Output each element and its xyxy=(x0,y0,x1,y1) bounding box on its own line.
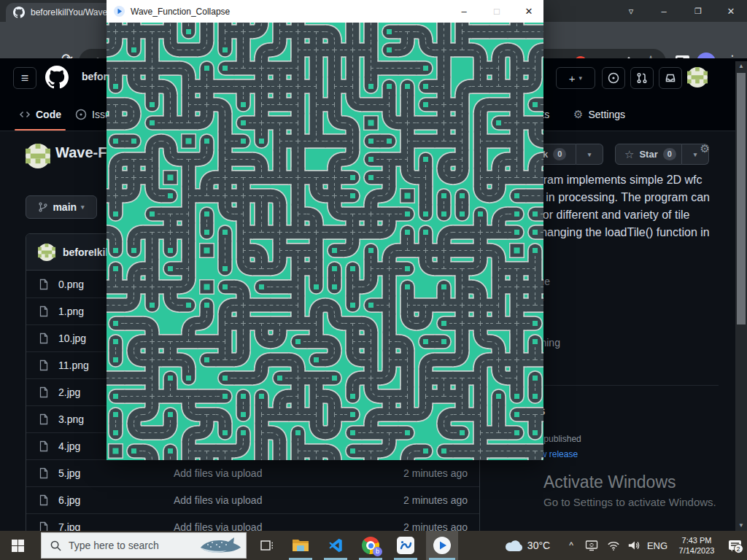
hamburger-menu-button[interactable]: ≡ xyxy=(13,67,36,89)
inbox-icon xyxy=(665,72,676,84)
file-icon xyxy=(38,332,50,344)
app-minimize-button[interactable]: – xyxy=(452,0,476,23)
file-explorer-button[interactable] xyxy=(286,531,315,560)
weather-widget[interactable]: 30°C xyxy=(498,531,557,560)
issues-header-button[interactable] xyxy=(602,67,625,89)
file-commit-time: 2 minutes ago xyxy=(403,494,468,506)
browser-minimize-button[interactable]: – xyxy=(648,0,680,22)
vscode-icon xyxy=(328,537,344,553)
file-commit-message[interactable]: Add files via upload xyxy=(174,467,262,479)
file-name[interactable]: 1.png xyxy=(58,306,84,317)
inbox-header-button[interactable] xyxy=(659,67,682,89)
app-window-title: Wave_Function_Collapse xyxy=(131,7,230,17)
repo-avatar xyxy=(26,144,50,168)
volume-icon[interactable] xyxy=(624,531,643,560)
file-name[interactable]: 5.jpg xyxy=(58,467,80,479)
cast-display-icon[interactable] xyxy=(582,531,601,560)
tab-search-chevron-icon[interactable]: ▿ xyxy=(615,0,647,22)
tray-chevron-up-icon[interactable]: ^ xyxy=(565,531,578,560)
task-view-button[interactable] xyxy=(252,531,282,560)
wfc-app-taskbar-button[interactable] xyxy=(426,531,458,560)
notification-count-badge: 2 xyxy=(734,544,743,553)
caret-down-icon: ▾ xyxy=(81,203,85,211)
vscode-button[interactable] xyxy=(321,531,350,560)
branch-selector[interactable]: main ▾ xyxy=(26,195,97,219)
wfc-app-window[interactable]: Wave_Function_Collapse – □ ✕ xyxy=(107,0,543,460)
processing-button[interactable] xyxy=(391,531,420,560)
app-close-button[interactable]: ✕ xyxy=(516,0,541,23)
date: 7/14/2023 xyxy=(679,545,715,556)
wifi-icon[interactable] xyxy=(604,531,623,560)
browser-close-button[interactable]: ✕ xyxy=(715,0,747,22)
caret-down-icon: ▾ xyxy=(579,74,583,82)
action-center-button[interactable]: 2 xyxy=(724,531,746,560)
file-name[interactable]: 4.jpg xyxy=(58,440,80,452)
whale-shark-image xyxy=(198,534,243,556)
app-play-icon xyxy=(114,6,125,17)
start-button[interactable] xyxy=(0,531,35,560)
language-indicator[interactable]: ENG xyxy=(645,531,670,560)
page-scrollbar[interactable]: ▲ ▼ xyxy=(735,61,747,531)
about-gear-icon[interactable]: ⚙ xyxy=(700,142,710,155)
file-name[interactable]: 3.png xyxy=(58,413,84,425)
file-icon xyxy=(38,440,50,452)
time: 7:43 PM xyxy=(682,535,712,545)
processing-icon xyxy=(397,537,414,554)
scroll-up-arrow[interactable]: ▲ xyxy=(735,61,747,71)
file-row[interactable]: 6.jpgAdd files via upload2 minutes ago xyxy=(26,486,479,513)
app-play-icon xyxy=(433,537,451,554)
gear-icon: ⚙ xyxy=(573,108,583,121)
user-avatar[interactable] xyxy=(687,67,708,88)
github-favicon xyxy=(13,7,25,18)
scroll-down-arrow[interactable]: ▼ xyxy=(735,521,747,531)
app-maximize-button[interactable]: □ xyxy=(484,0,509,23)
file-icon xyxy=(38,467,50,479)
taskbar-search-box[interactable]: Type here to search xyxy=(41,532,247,559)
wfc-canvas xyxy=(107,23,543,460)
windows-logo-icon xyxy=(12,540,24,552)
hamburger-icon: ≡ xyxy=(21,71,29,86)
file-commit-message[interactable]: Add files via upload xyxy=(174,494,262,506)
task-view-icon xyxy=(260,538,274,553)
file-name[interactable]: 6.jpg xyxy=(58,494,80,506)
tab-code[interactable]: Code xyxy=(19,105,61,124)
search-placeholder: Type here to search xyxy=(69,540,159,551)
file-icon xyxy=(38,306,50,317)
file-row[interactable]: 5.jpgAdd files via upload2 minutes ago xyxy=(26,459,479,486)
file-name[interactable]: 11.png xyxy=(58,359,89,371)
issue-icon xyxy=(75,109,87,120)
active-tab-underline xyxy=(15,129,66,131)
create-new-button[interactable]: + ▾ xyxy=(556,67,595,89)
chrome-button[interactable]: b xyxy=(356,531,385,560)
issue-icon xyxy=(608,72,619,84)
file-icon xyxy=(38,279,50,290)
file-icon xyxy=(38,359,50,371)
search-icon xyxy=(50,540,61,551)
plus-icon: + xyxy=(569,72,576,85)
code-icon xyxy=(19,109,31,120)
taskbar: Type here to search b 30°C ^ xyxy=(0,531,747,560)
commit-author-avatar xyxy=(38,244,55,261)
file-name[interactable]: 10.jpg xyxy=(58,332,86,344)
cloud-icon xyxy=(505,539,524,552)
file-commit-time: 2 minutes ago xyxy=(403,467,468,479)
file-name[interactable]: 0.png xyxy=(58,279,84,290)
branch-icon xyxy=(38,202,48,212)
file-icon xyxy=(38,386,50,398)
app-titlebar[interactable]: Wave_Function_Collapse – □ ✕ xyxy=(107,0,543,23)
file-name[interactable]: 2.jpg xyxy=(58,386,80,398)
file-icon xyxy=(38,413,50,425)
file-icon xyxy=(38,494,50,506)
browser-restore-button[interactable]: ❐ xyxy=(682,0,714,22)
file-explorer-icon xyxy=(292,538,309,553)
pull-request-icon xyxy=(636,72,648,84)
chrome-profile-badge: b xyxy=(373,547,382,556)
pull-requests-header-button[interactable] xyxy=(630,67,654,89)
scrollbar-thumb[interactable] xyxy=(737,73,746,324)
clock[interactable]: 7:43 PM 7/14/2023 xyxy=(673,531,721,560)
temperature: 30°C xyxy=(527,540,550,551)
github-logo[interactable] xyxy=(45,66,69,89)
tab-settings[interactable]: ⚙ Settings xyxy=(573,105,625,124)
